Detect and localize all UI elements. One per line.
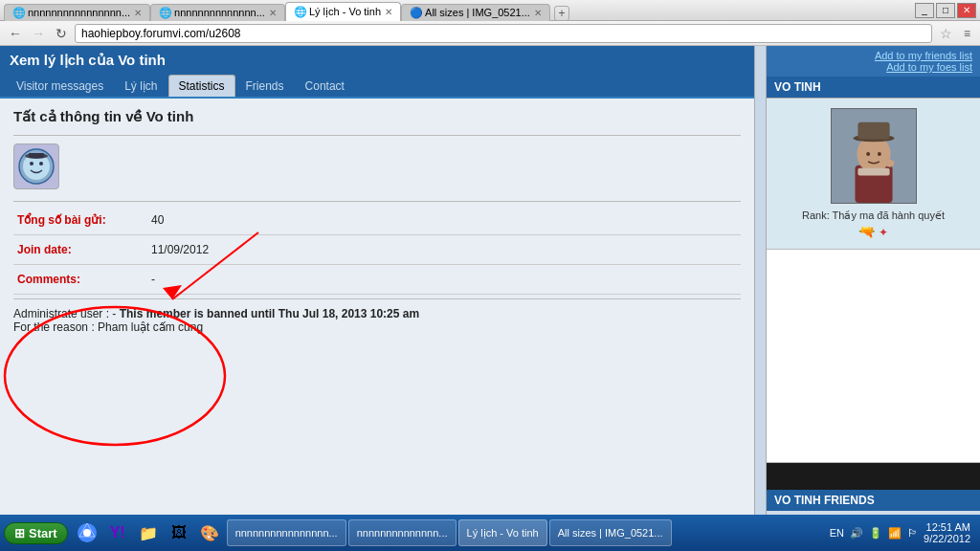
tab-ly-lich[interactable]: Lý lịch [114,75,167,97]
field-label-posts: Tổng số bài gửi: [13,206,147,235]
start-icon: ⊞ [14,526,25,540]
tray-speaker-icon: 🔊 [850,527,863,540]
svg-point-17 [884,160,894,167]
tab-bar: 🌐 nnnnnnnnnnnnnnnn... ✕ 🌐 nnnnnnnnnnnnnn… [4,0,915,21]
nav-bar: ← → ↻ haohiepboy.forumvi.com/u2608 ☆ ≡ [0,21,980,46]
page-title: Xem lý lịch của Vo tinh [10,52,166,68]
svg-rect-14 [858,168,889,176]
field-value-comments: - [147,265,741,295]
close-button[interactable]: ✕ [957,3,976,18]
table-row: Join date: 11/09/2012 [13,235,741,265]
admin-prefix: Administrate user : - [13,307,116,320]
svg-point-16 [877,152,880,156]
address-bar[interactable]: haohiepboy.forumvi.com/u2608 [75,24,932,43]
tab-label-4: All sizes | IMG_0521... [425,7,530,18]
svg-rect-13 [858,122,889,140]
table-row: Tổng số bài gửi: 40 [13,206,741,235]
tray-battery-icon: 🔋 [869,527,882,540]
tab-statistics[interactable]: Statistics [168,75,235,97]
sidebar-username: VO TINH [767,77,980,99]
tab-close-1[interactable]: ✕ [134,8,142,18]
browser-tab-4[interactable]: 🔵 All sizes | IMG_0521... ✕ [401,4,550,21]
yahoo-icon: Y! [110,524,125,541]
taskbar-app-3[interactable]: Lý lịch - Vo tinh [458,519,547,546]
field-label-comments: Comments: [13,265,147,295]
taskbar-icon-photos[interactable]: 🖼 [166,519,192,546]
taskbar-icon-folder[interactable]: 📁 [135,519,162,546]
menu-icon[interactable]: ≡ [960,27,974,40]
avatar-wrap [13,143,741,189]
tray-clock: 12:51 AM [924,521,970,533]
new-tab-button[interactable]: + [554,6,569,21]
taskbar-tray: EN 🔊 🔋 📶 🏳 12:51 AM 9/22/2012 [824,521,976,544]
taskbar-app-2[interactable]: nnnnnnnnnnnnnn... [348,519,457,546]
sidebar-dark-bar [767,463,980,490]
start-button[interactable]: ⊞ Start [4,522,68,544]
table-row: Comments: - [13,265,741,295]
page-wrap: Xem lý lịch của Vo tinh Visitor messages… [0,46,980,530]
sidebar-rank-text: Rank: Thầy ma đã hành quyết [802,209,945,222]
bookmark-star-icon[interactable]: ☆ [936,26,956,41]
taskbar-app-1[interactable]: nnnnnnnnnnnnnnnn... [227,519,346,546]
svg-point-19 [83,529,91,537]
chrome-icon-svg [77,522,98,543]
divider-3 [13,298,741,299]
start-label: Start [29,526,57,540]
divider-2 [13,201,741,202]
minimize-button[interactable]: _ [915,3,934,18]
avatar [13,143,59,189]
svg-point-15 [866,152,870,156]
tray-flag-icon: 🏳 [907,527,918,539]
tab-favicon-3: 🌐 [294,6,305,17]
admin-info: Administrate user : - This member is ban… [13,307,741,334]
main-scrollbar[interactable] [754,46,766,530]
taskbar-apps: nnnnnnnnnnnnnnnn... nnnnnnnnnnnnnn... Lý… [223,519,824,546]
sidebar-blank-box [767,250,980,463]
tray-date: 9/22/2012 [924,533,970,544]
profile-info: Tất cả thông tin về Vo tinh [0,99,754,518]
taskbar-icon-paint[interactable]: 🎨 [196,519,223,546]
taskbar-icon-chrome[interactable] [74,519,100,546]
browser-tab-1[interactable]: 🌐 nnnnnnnnnnnnnnnn... ✕ [4,4,150,21]
divider-1 [13,135,741,136]
tab-favicon-2: 🌐 [159,7,170,18]
sidebar-avatar-svg [832,108,916,204]
tab-favicon-4: 🔵 [410,7,421,18]
svg-rect-5 [29,153,44,158]
refresh-button[interactable]: ↻ [52,24,71,43]
back-button[interactable]: ← [6,24,25,43]
sidebar-avatar-wrap: Rank: Thầy ma đã hành quyết 🔫 ✦ [767,99,980,250]
sidebar-rank-icons: 🔫 ✦ [858,224,888,239]
taskbar-app-label-3: Lý lịch - Vo tinh [467,527,539,540]
avatar-svg [17,147,56,186]
sidebar: Add to my friends list Add to my foes li… [766,46,980,530]
browser-tab-3[interactable]: 🌐 Lý lịch - Vo tinh ✕ [285,2,401,21]
tab-visitor-messages[interactable]: Visitor messages [6,75,114,97]
taskbar: ⊞ Start Y! 📁 🖼 🎨 nnnnnnnnnnnnnnnn... nnn… [0,515,980,551]
browser-tab-2[interactable]: 🌐 nnnnnnnnnnnnnn... ✕ [150,4,285,21]
tab-close-4[interactable]: ✕ [534,8,542,18]
page-header: Xem lý lịch của Vo tinh [0,46,754,75]
sidebar-actions: Add to my friends list Add to my foes li… [767,46,980,77]
window-controls: _ □ ✕ [915,3,976,18]
taskbar-app-label-4: All sizes | IMG_0521... [558,527,663,539]
tab-contact[interactable]: Contact [295,75,355,97]
tab-close-2[interactable]: ✕ [269,8,277,18]
field-value-posts: 40 [147,206,741,235]
taskbar-icon-yahoo[interactable]: Y! [104,519,131,546]
field-label-joindate: Join date: [13,235,147,265]
add-friend-link[interactable]: Add to my friends list [774,50,972,61]
add-foe-link[interactable]: Add to my foes list [774,61,972,73]
taskbar-app-4[interactable]: All sizes | IMG_0521... [549,519,672,546]
maximize-button[interactable]: □ [936,3,955,18]
info-table: Tổng số bài gửi: 40 Join date: 11/09/201… [13,206,741,295]
admin-reason: For the reason : Pham luật cấm cung [13,320,203,334]
rank-icon-2: ✦ [879,226,888,239]
tab-close-3[interactable]: ✕ [385,7,392,17]
tab-label-3: Lý lịch - Vo tinh [309,6,381,18]
forward-button[interactable]: → [29,24,48,43]
sidebar-friends-title: VO TINH FRIENDS [767,490,980,511]
taskbar-app-label-1: nnnnnnnnnnnnnnnn... [235,527,338,539]
svg-point-2 [30,162,33,165]
tab-friends[interactable]: Friends [235,75,295,97]
